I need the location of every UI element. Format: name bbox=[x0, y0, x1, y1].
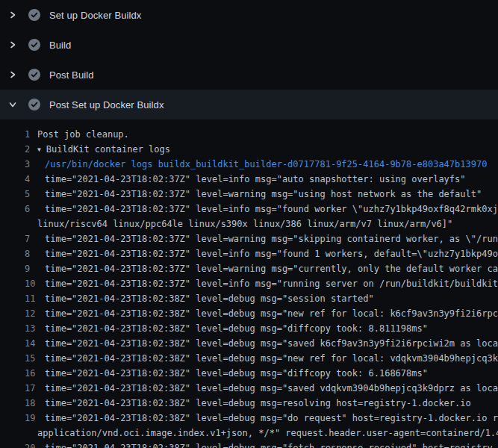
log-line-number[interactable]: 1 bbox=[25, 127, 30, 142]
log-line: 12time="2021-04-23T18:02:38Z" level=debu… bbox=[0, 306, 498, 321]
log-line: 8time="2021-04-23T18:02:37Z" level=info … bbox=[0, 246, 498, 261]
log-line-number[interactable]: 2 bbox=[25, 142, 30, 157]
chevron-right-icon bbox=[6, 69, 19, 81]
log-line: 13time="2021-04-23T18:02:38Z" level=debu… bbox=[0, 321, 498, 336]
job-steps-list: Set up Docker BuildxBuildPost BuildPost … bbox=[0, 0, 498, 119]
log-text: Post job cleanup. bbox=[37, 127, 129, 142]
log-text: time="2021-04-23T18:02:38Z" level=debug … bbox=[45, 381, 498, 396]
log-line: 2▼BuildKit container logs bbox=[0, 142, 498, 157]
log-text: linux/riscv64 linux/ppc64le linux/s390x … bbox=[37, 217, 452, 231]
log-text: time="2021-04-23T18:02:38Z" level=debug … bbox=[45, 306, 498, 321]
log-line-number[interactable]: 19 bbox=[25, 411, 35, 426]
log-text: time="2021-04-23T18:02:38Z" level=debug … bbox=[45, 336, 498, 351]
log-line: 7time="2021-04-23T18:02:37Z" level=warni… bbox=[0, 231, 498, 246]
step-header-build[interactable]: Build bbox=[0, 30, 498, 60]
log-text: time="2021-04-23T18:02:37Z" level=warnin… bbox=[45, 187, 482, 202]
log-text: time="2021-04-23T18:02:38Z" level=debug … bbox=[45, 291, 374, 306]
log-line: 6time="2021-04-23T18:02:37Z" level=info … bbox=[0, 202, 498, 217]
step-log-output: 1Post job cleanup.2▼BuildKit container l… bbox=[0, 119, 498, 448]
log-line: 11time="2021-04-23T18:02:38Z" level=debu… bbox=[0, 291, 498, 306]
log-text: time="2021-04-23T18:02:38Z" level=debug … bbox=[45, 411, 498, 426]
chevron-right-icon bbox=[6, 9, 19, 21]
log-line-continuation: linux/riscv64 linux/ppc64le linux/s390x … bbox=[0, 217, 498, 231]
log-text: time="2021-04-23T18:02:37Z" level=info m… bbox=[45, 246, 498, 261]
log-group-toggle[interactable]: ▼BuildKit container logs bbox=[37, 142, 170, 158]
log-line-number[interactable]: 14 bbox=[25, 336, 35, 351]
log-line-number[interactable]: 3 bbox=[25, 157, 30, 172]
log-line: 3/usr/bin/docker logs buildx_buildkit_bu… bbox=[0, 157, 498, 172]
log-line: 9time="2021-04-23T18:02:37Z" level=warni… bbox=[0, 261, 498, 276]
log-text: time="2021-04-23T18:02:37Z" level=warnin… bbox=[45, 261, 498, 276]
log-line: 16time="2021-04-23T18:02:38Z" level=debu… bbox=[0, 366, 498, 381]
log-line: 18time="2021-04-23T18:02:38Z" level=debu… bbox=[0, 396, 498, 411]
log-line: 10time="2021-04-23T18:02:37Z" level=info… bbox=[0, 276, 498, 291]
step-label: Set up Docker Buildx bbox=[49, 10, 141, 21]
log-line-number[interactable]: 11 bbox=[25, 291, 35, 306]
log-line-number[interactable]: 20 bbox=[25, 441, 35, 448]
log-line-number[interactable]: 15 bbox=[25, 351, 35, 366]
log-line: 5time="2021-04-23T18:02:37Z" level=warni… bbox=[0, 187, 498, 202]
log-text: time="2021-04-23T18:02:37Z" level=info m… bbox=[45, 202, 498, 217]
log-line: 14time="2021-04-23T18:02:38Z" level=debu… bbox=[0, 336, 498, 351]
log-text: time="2021-04-23T18:02:38Z" level=debug … bbox=[45, 351, 498, 366]
step-header-post-build[interactable]: Post Build bbox=[0, 60, 498, 90]
log-text: time="2021-04-23T18:02:38Z" level=debug … bbox=[45, 396, 471, 411]
log-text: time="2021-04-23T18:02:37Z" level=info m… bbox=[45, 172, 466, 187]
log-text: time="2021-04-23T18:02:37Z" level=info m… bbox=[45, 276, 498, 291]
step-header-set-up-docker-buildx[interactable]: Set up Docker Buildx bbox=[0, 0, 498, 30]
step-label: Post Set up Docker Buildx bbox=[49, 99, 164, 111]
log-line-number[interactable]: 8 bbox=[25, 246, 30, 261]
log-line-number[interactable]: 10 bbox=[25, 276, 35, 291]
log-line-number[interactable]: 17 bbox=[25, 381, 35, 396]
log-text: application/vnd.oci.image.index.v1+json,… bbox=[37, 426, 498, 441]
log-line-number[interactable]: 13 bbox=[25, 321, 35, 336]
step-label: Post Build bbox=[49, 69, 94, 81]
chevron-right-icon bbox=[6, 39, 19, 51]
check-circle-icon bbox=[28, 69, 40, 81]
log-line-number[interactable]: 16 bbox=[25, 366, 35, 381]
log-text: time="2021-04-23T18:02:38Z" level=debug … bbox=[45, 321, 428, 336]
log-command-text: /usr/bin/docker logs buildx_buildkit_bui… bbox=[45, 157, 487, 172]
log-line: 19time="2021-04-23T18:02:38Z" level=debu… bbox=[0, 411, 498, 426]
caret-down-icon: ▼ bbox=[37, 143, 41, 158]
step-label: Build bbox=[49, 40, 71, 51]
step-header-post-set-up-docker-buildx[interactable]: Post Set up Docker Buildx bbox=[0, 90, 498, 119]
log-line-number[interactable]: 4 bbox=[25, 172, 30, 187]
log-line-number[interactable]: 7 bbox=[25, 231, 30, 246]
log-group-label: BuildKit container logs bbox=[46, 144, 170, 155]
log-line-number[interactable]: 12 bbox=[25, 306, 35, 321]
check-circle-icon bbox=[28, 9, 40, 21]
chevron-down-icon bbox=[6, 99, 19, 111]
log-line: 1Post job cleanup. bbox=[0, 127, 498, 142]
log-text: time="2021-04-23T18:02:38Z" level=debug … bbox=[45, 366, 428, 381]
log-line: 15time="2021-04-23T18:02:38Z" level=debu… bbox=[0, 351, 498, 366]
log-line-continuation: application/vnd.oci.image.index.v1+json,… bbox=[0, 426, 498, 441]
log-line-number[interactable]: 9 bbox=[25, 261, 30, 276]
check-circle-icon bbox=[28, 39, 40, 51]
check-circle-icon bbox=[28, 99, 40, 111]
log-line-number[interactable]: 6 bbox=[25, 202, 30, 217]
log-line: 20time="2021-04-23T18:02:38Z" level=debu… bbox=[0, 441, 498, 448]
log-text: time="2021-04-23T18:02:37Z" level=warnin… bbox=[45, 231, 498, 246]
log-line-number[interactable]: 5 bbox=[25, 187, 30, 202]
log-line: 4time="2021-04-23T18:02:37Z" level=info … bbox=[0, 172, 498, 187]
log-line-number[interactable]: 18 bbox=[25, 396, 35, 411]
log-line: 17time="2021-04-23T18:02:38Z" level=debu… bbox=[0, 381, 498, 396]
log-text: time="2021-04-23T18:02:38Z" level=debug … bbox=[45, 441, 498, 448]
